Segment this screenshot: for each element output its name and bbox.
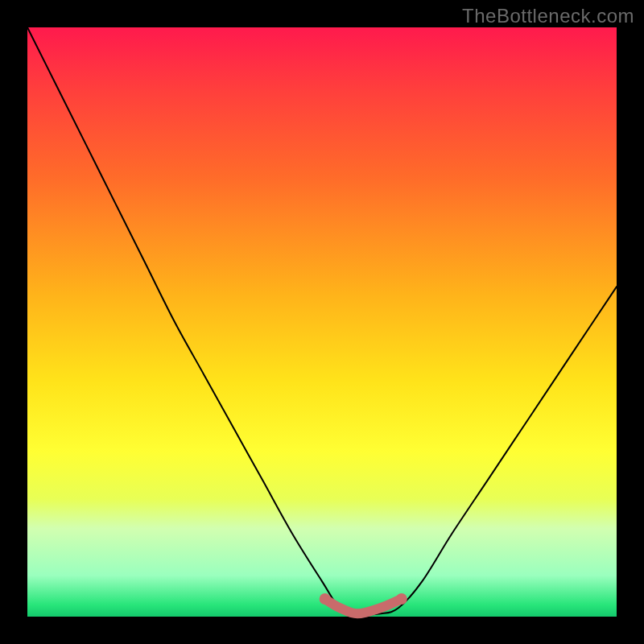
watermark-text: TheBottleneck.com [462,5,634,27]
chart-stage: TheBottleneck.com [0,0,644,644]
plot-area [27,27,617,617]
chart-svg [27,27,617,617]
optimal-range-highlight [325,599,402,613]
bottleneck-curve [27,27,617,614]
optimal-range-start-dot [320,593,331,605]
optimal-range-end-dot [396,593,407,605]
